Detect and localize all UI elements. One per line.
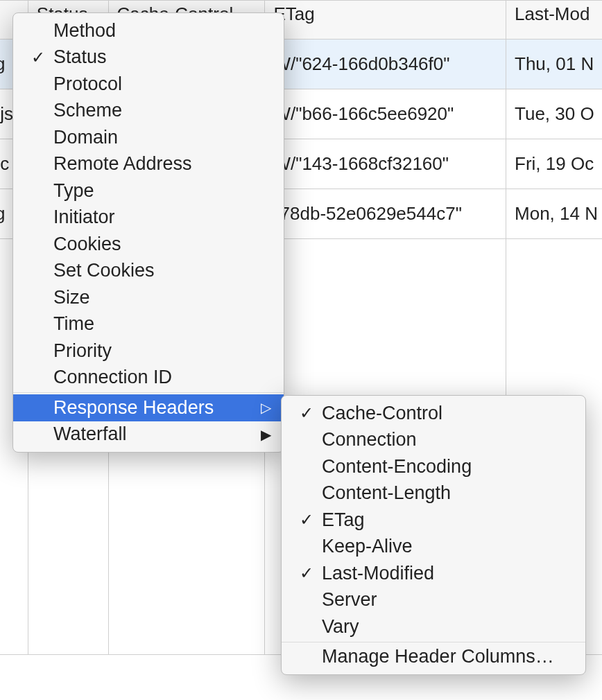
menu-item-response-headers[interactable]: Response Headers▷ (13, 394, 284, 421)
check-icon: ✓ (300, 563, 313, 583)
menu-item-label: Content-Length (322, 482, 451, 504)
menu-item-label: Server (322, 589, 377, 611)
menu-item-time[interactable]: Time (13, 311, 284, 338)
submenu-item-content-encoding[interactable]: Content-Encoding (282, 453, 585, 480)
menu-item-protocol[interactable]: Protocol (13, 71, 284, 98)
menu-item-label: ETag (322, 509, 365, 531)
menu-item-waterfall[interactable]: Waterfall▶ (13, 421, 284, 448)
menu-item-label: Initiator (53, 207, 115, 228)
menu-item-method[interactable]: Method (13, 17, 284, 44)
submenu-arrow-icon: ▷ (261, 399, 271, 416)
response-headers-submenu: ✓Cache-ControlConnectionContent-Encoding… (281, 395, 586, 675)
menu-item-label: Waterfall (53, 423, 127, 445)
menu-item-label: Last-Modified (322, 563, 434, 584)
check-icon: ✓ (300, 510, 313, 530)
submenu-item-keep-alive[interactable]: Keep-Alive (282, 534, 585, 561)
menu-item-scheme[interactable]: Scheme (13, 98, 284, 125)
menu-item-label: Keep-Alive (322, 536, 413, 557)
menu-item-label: Priority (53, 340, 112, 362)
submenu-item-etag[interactable]: ✓ETag (282, 507, 585, 534)
menu-item-label: Size (53, 287, 90, 308)
menu-item-label: Domain (53, 127, 118, 148)
menu-item-label: Protocol (53, 73, 122, 95)
menu-item-label: Content-Encoding (322, 456, 472, 478)
menu-item-label: Cookies (53, 234, 121, 255)
menu-item-label: Connection (322, 429, 417, 450)
menu-item-label: Status (53, 46, 107, 68)
cell-lastmod: Mon, 14 N (506, 189, 602, 239)
menu-item-label: Type (53, 180, 94, 202)
submenu-item-cache-control[interactable]: ✓Cache-Control (282, 400, 585, 427)
submenu-item-content-length[interactable]: Content-Length (282, 480, 585, 507)
cell-etag: W/"b66-166c5ee6920" (265, 89, 506, 139)
menu-item-size[interactable]: Size (13, 284, 284, 311)
check-icon: ✓ (300, 403, 313, 423)
col-lastmod[interactable]: Last-Mod (506, 1, 602, 40)
submenu-item-server[interactable]: Server (282, 587, 585, 614)
menu-item-label: Connection ID (53, 367, 172, 388)
submenu-separator (282, 642, 585, 642)
submenu-arrow-icon: ▶ (261, 426, 271, 443)
submenu-item-vary[interactable]: Vary (282, 613, 585, 640)
menu-item-label: Method (53, 20, 116, 42)
menu-item-label: Set Cookies (53, 260, 155, 281)
menu-separator (13, 392, 284, 393)
column-context-menu: Method✓StatusProtocolSchemeDomainRemote … (12, 12, 284, 453)
menu-item-cookies[interactable]: Cookies (13, 231, 284, 258)
menu-item-type[interactable]: Type (13, 177, 284, 204)
menu-item-label: Response Headers (53, 397, 214, 419)
menu-item-remote-address[interactable]: Remote Address (13, 151, 284, 178)
cell-lastmod: Thu, 01 N (506, 40, 602, 89)
menu-item-set-cookies[interactable]: Set Cookies (13, 258, 284, 285)
check-icon: ✓ (31, 48, 45, 67)
menu-item-label: Cache-Control (322, 403, 442, 424)
col-etag[interactable]: ETag (265, 1, 506, 40)
menu-item-label: Manage Header Columns… (322, 646, 554, 667)
menu-item-label: Scheme (53, 100, 122, 121)
cell-lastmod: Fri, 19 Oc (506, 139, 602, 189)
menu-item-domain[interactable]: Domain (13, 124, 284, 151)
cell-lastmod: Tue, 30 O (506, 89, 602, 139)
menu-item-priority[interactable]: Priority (13, 338, 284, 365)
cell-etag: W/"143-1668cf32160" (265, 139, 506, 189)
menu-item-initiator[interactable]: Initiator (13, 204, 284, 231)
menu-item-label: Remote Address (53, 153, 192, 175)
manage-header-columns[interactable]: Manage Header Columns… (282, 644, 585, 671)
cell-etag: "78db-52e0629e544c7" (265, 189, 506, 239)
submenu-item-connection[interactable]: Connection (282, 427, 585, 454)
menu-item-connection-id[interactable]: Connection ID (13, 365, 284, 392)
menu-item-status[interactable]: ✓Status (13, 44, 284, 71)
menu-item-label: Vary (322, 616, 359, 638)
menu-item-label: Time (53, 313, 94, 335)
cell-etag: W/"624-166d0b346f0" (265, 40, 506, 89)
submenu-item-last-modified[interactable]: ✓Last-Modified (282, 560, 585, 587)
